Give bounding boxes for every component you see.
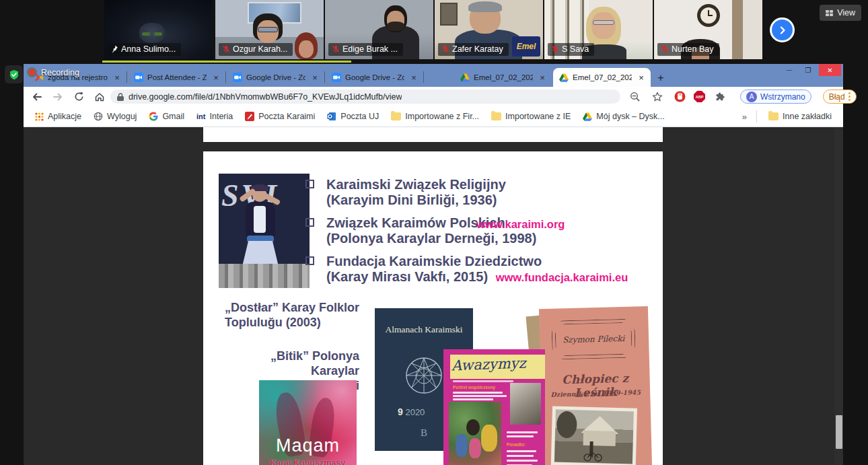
other-bookmarks[interactable]: Inne zakładki xyxy=(764,110,836,123)
dostlar-block: „Dostłar” Karay Folklor Topluluğu (2003) xyxy=(225,300,359,330)
blocker-hand-extension-icon[interactable] xyxy=(672,89,688,105)
window-minimize-button[interactable] xyxy=(780,64,799,76)
author-stamp-frame-inner xyxy=(554,322,632,357)
link-fundacja-karaimi[interactable]: www.fundacja.karaimi.eu xyxy=(496,271,628,283)
tab-close-icon[interactable] xyxy=(636,72,647,83)
bitik-line1: „Bitik” Polonya Karaylar xyxy=(222,349,359,378)
other-bookmarks-label: Inne zakładki xyxy=(783,112,832,121)
home-button[interactable] xyxy=(92,89,108,105)
bullet-item-1: Karaimski Związek Religijny (Karayim Din… xyxy=(305,177,622,208)
participant-tile-ssava[interactable]: S Sava xyxy=(544,0,653,59)
participant-tile-edige[interactable]: Edige Burak ... xyxy=(325,0,433,59)
url-bar[interactable]: drive.google.com/file/d/1NbhVmomwbWBu6F7… xyxy=(110,90,620,104)
back-button[interactable] xyxy=(29,89,45,105)
tab-close-icon[interactable] xyxy=(112,72,122,83)
profile-chip-label: Wstrzymano xyxy=(760,92,805,102)
bookmark-label: Gmail xyxy=(162,112,184,121)
apps-grid-icon xyxy=(35,112,44,121)
participant-name: Anna Sulimo... xyxy=(121,44,176,54)
reload-button[interactable] xyxy=(71,89,87,105)
bw-photo xyxy=(551,406,637,465)
pdf-viewer[interactable]: SVI Karaimski Związek Religijny xyxy=(24,127,843,465)
small-text-line xyxy=(507,450,536,452)
bookmark-aplikacje[interactable]: Aplikacje xyxy=(30,110,86,123)
cap-shape xyxy=(468,1,502,12)
recording-dot-icon xyxy=(27,67,37,77)
muted-mic-icon xyxy=(332,45,340,53)
dostlar-line2: Topluluğu (2003) xyxy=(225,315,359,330)
screen-share-border xyxy=(102,61,351,63)
maqam-poster: Maqam Karaj Konuszmasy xyxy=(259,380,357,465)
new-tab-button[interactable] xyxy=(653,70,669,86)
tab-gdrive-zoom-2[interactable]: Google Drive - Zoom xyxy=(326,68,423,87)
update-error-chip[interactable]: Błąd xyxy=(823,90,857,104)
mail-pen-icon xyxy=(245,112,254,121)
bicycle-shape xyxy=(583,450,603,462)
tab-bar: zgoda na rejestrowa Post Attendee - Zoo xyxy=(24,64,843,87)
link-karaimi-org[interactable]: www.karaimi.org xyxy=(476,218,565,231)
participant-tile-nurten[interactable]: Nurten Bay xyxy=(654,0,762,59)
tab-label: Emel_07_02_2021.pd xyxy=(474,73,533,81)
bookmark-star-icon[interactable] xyxy=(649,89,665,105)
bullet-line: (Karayim Dini Birliği, 1936) xyxy=(326,192,506,208)
participant-name-tag: Nurten Bay xyxy=(657,43,719,56)
participant-name-tag: Zafer Karatay xyxy=(438,43,509,56)
small-text-line xyxy=(453,392,503,394)
bookmarks-overflow-chevron[interactable]: » xyxy=(739,112,750,122)
family-figure xyxy=(469,438,481,458)
tab-emel-pdf-2-active[interactable]: Emel_07_02_2021.pd xyxy=(553,68,651,87)
extensions-puzzle-icon[interactable] xyxy=(711,89,727,105)
adblock-plus-icon[interactable]: ABP xyxy=(694,91,705,102)
bookmark-moj-dysk[interactable]: Mój dysk – Dysk... xyxy=(578,110,669,123)
pdf-scrollbar[interactable] xyxy=(834,127,843,465)
tab-emel-pdf-1[interactable]: Emel_07_02_2021.pd xyxy=(454,68,552,87)
bookmark-interia[interactable]: int Interia xyxy=(192,110,238,123)
participant-tile-ozgur[interactable]: Ozgur Karah... xyxy=(215,0,324,59)
bullet-item-2: Związek Karaimów Polskich (Polonya Karay… xyxy=(305,215,622,246)
profile-chip[interactable]: A Wstrzymano xyxy=(740,90,811,104)
tab-separator xyxy=(324,71,325,83)
tab-close-icon[interactable] xyxy=(310,72,320,83)
tab-label: Post Attendee - Zoo xyxy=(147,73,207,81)
participant-tile-zafer[interactable]: Emel Zafer Karatay xyxy=(435,0,543,59)
bookmark-wyloguj[interactable]: Wyloguj xyxy=(89,110,141,123)
participant-tile-anna[interactable]: Anna Sulimo... xyxy=(104,0,213,59)
small-text-line xyxy=(453,398,493,400)
next-participants-button[interactable] xyxy=(770,17,795,42)
pdf-page-previous xyxy=(203,127,663,142)
bookmark-poczta-karaimi[interactable]: Poczta Karaimi xyxy=(240,110,320,123)
wall-frame xyxy=(440,3,458,26)
glasses-glint xyxy=(142,32,150,36)
tab-close-icon[interactable] xyxy=(537,72,548,83)
window-close-button[interactable] xyxy=(819,64,841,76)
bookmark-gmail[interactable]: Gmail xyxy=(144,110,189,123)
participant-name: Edige Burak ... xyxy=(342,44,398,54)
pdf-scrollbar-thumb[interactable] xyxy=(836,415,842,449)
bookmark-folder-ie[interactable]: Importowane z IE xyxy=(486,110,575,123)
tab-label: Emel_07_02_2021.pd xyxy=(573,73,632,81)
beard-shape xyxy=(387,22,404,31)
tab-post-attendee[interactable]: Post Attendee - Zoo xyxy=(128,68,225,87)
family-figure xyxy=(481,425,497,452)
tree-shape xyxy=(556,411,577,439)
issue-number: 9 xyxy=(398,406,403,417)
participant-name-tag: Edige Burak ... xyxy=(328,43,403,56)
participant-name: Zafer Karatay xyxy=(452,44,503,54)
bookmark-label: Interia xyxy=(210,112,233,121)
window-maximize-button[interactable] xyxy=(799,64,818,76)
muted-mic-icon xyxy=(441,45,449,53)
glasses-shape xyxy=(593,20,614,25)
forward-button[interactable] xyxy=(50,89,66,105)
tab-close-icon[interactable] xyxy=(408,72,419,83)
zoom-out-page-icon[interactable] xyxy=(627,89,643,105)
view-button[interactable]: View xyxy=(820,5,861,21)
menu-dots-icon[interactable] xyxy=(848,92,851,101)
bookmark-label: Importowane z Fir... xyxy=(405,112,479,121)
almanach-title: Almanach Karaimski xyxy=(375,324,473,335)
tab-close-icon[interactable] xyxy=(211,72,221,83)
bookmark-poczta-uj[interactable]: Poczta UJ xyxy=(322,110,384,123)
bookmark-folder-firefox[interactable]: Importowane z Fir... xyxy=(386,110,484,123)
small-text-line xyxy=(507,435,534,437)
tab-gdrive-zoom-1[interactable]: Google Drive - Zoom xyxy=(227,68,324,87)
glasses-shape xyxy=(258,27,278,32)
